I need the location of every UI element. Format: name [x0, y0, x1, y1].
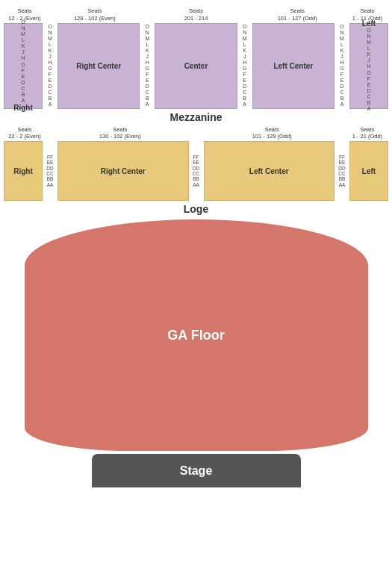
loge-seat-labels: Seats22 - 2 (Even) Seats130 - 102 (Even)…: [4, 126, 388, 141]
loge-left-label: Left: [362, 167, 376, 175]
stage-shape: Stage: [92, 454, 301, 487]
mezzanine-title: Mezzanine: [169, 111, 222, 123]
mezz-seats-label-3: Seats201 - 214: [146, 7, 247, 22]
loge-block-right-center[interactable]: Right Center: [57, 141, 189, 201]
mezzanine-section: Seats12 - 2 (Even) Seats128 - 102 (Even)…: [4, 7, 388, 125]
mezz-left-letters: ONMLKJHGFEDCBA: [367, 28, 371, 112]
mezz-gap-left: ONMLKJHGFEDCBA: [44, 23, 56, 109]
mezz-right-center-label: Right Center: [76, 62, 121, 70]
loge-seats-label-4: Seats1 - 21 (Odd): [348, 126, 387, 141]
ga-floor-shape[interactable]: GA Floor: [25, 219, 368, 451]
mezz-block-center[interactable]: Center: [155, 23, 237, 109]
mezz-gap-center-right: ONMLKJHGFEDCBA: [239, 23, 251, 109]
stage-label: Stage: [180, 464, 213, 478]
ga-floor-section: GA Floor: [4, 219, 388, 451]
venue-map: Seats12 - 2 (Even) Seats128 - 102 (Even)…: [0, 0, 392, 580]
mezz-block-right-center[interactable]: Right Center: [57, 23, 140, 109]
mezz-block-left-center[interactable]: Left Center: [252, 23, 335, 109]
loge-block-left[interactable]: Left: [349, 141, 388, 201]
mezz-seats-label-2: Seats128 - 102 (Even): [44, 7, 146, 22]
mezz-seats-label-4: Seats101 - 127 (Odd): [246, 7, 348, 22]
mezzanine-blocks: ONMLKJHGFEDCBA Right ONMLKJHGFEDCBA Righ…: [4, 23, 388, 109]
mezz-left-label: Left: [362, 19, 376, 28]
loge-gap-right: FFEEDDCCBBAA: [336, 141, 348, 201]
mezz-block-left[interactable]: Left ONMLKJHGFEDCBA: [349, 23, 388, 109]
mezz-center-label: Center: [184, 62, 208, 70]
mezz-gap-center-left: ONMLKJHGFEDCBA: [141, 23, 153, 109]
loge-right-center-label: Right Center: [101, 167, 146, 175]
loge-block-right[interactable]: Right: [4, 141, 43, 201]
loge-title: Loge: [184, 203, 208, 215]
loge-blocks: Right FFEEDDCCBBAA Right Center FFEEDDCC…: [4, 141, 388, 201]
mezz-right-label: Right: [13, 104, 33, 112]
loge-seats-label-1: Seats22 - 2 (Even): [5, 126, 44, 141]
loge-section: Seats22 - 2 (Even) Seats130 - 102 (Even)…: [4, 126, 388, 217]
loge-gap-center: FFEEDDCCBBAA: [190, 141, 202, 201]
loge-gap-left: FFEEDDCCBBAA: [44, 141, 56, 201]
loge-seats-label-2: Seats130 - 102 (Even): [44, 126, 196, 141]
loge-right-label: Right: [13, 167, 33, 175]
loge-seats-label-3: Seats101 - 129 (Odd): [196, 126, 349, 141]
stage-section: Stage: [4, 454, 388, 487]
loge-left-center-label: Left Center: [249, 167, 289, 175]
mezz-right-letters: ONMLKJHGFEDCBA: [21, 19, 25, 104]
mezzanine-seat-labels: Seats12 - 2 (Even) Seats128 - 102 (Even)…: [4, 7, 388, 22]
mezz-block-right[interactable]: ONMLKJHGFEDCBA Right: [4, 23, 43, 109]
mezz-left-center-label: Left Center: [273, 62, 313, 70]
ga-floor-label: GA Floor: [167, 328, 224, 343]
mezz-gap-right: ONMLKJHGFEDCBA: [336, 23, 348, 109]
loge-block-left-center[interactable]: Left Center: [204, 141, 335, 201]
